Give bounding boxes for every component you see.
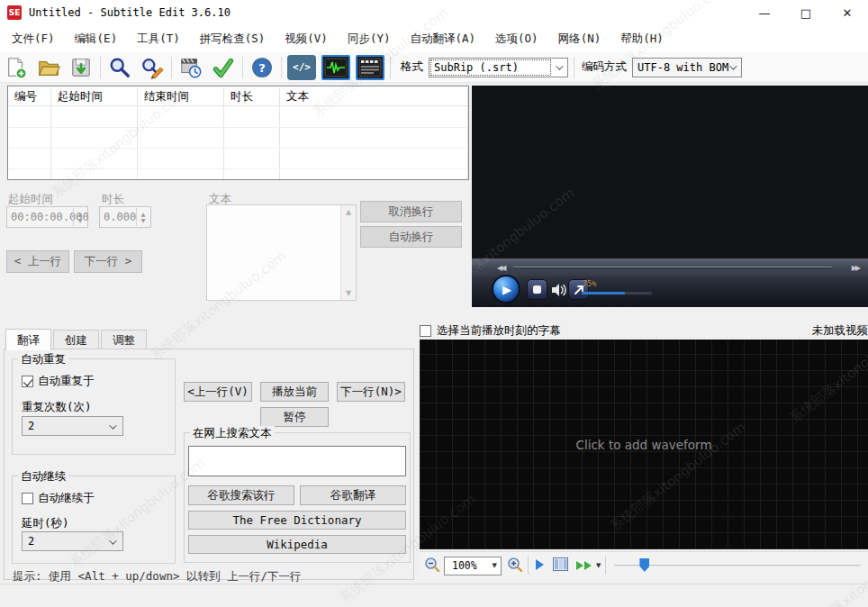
column-duration[interactable]: 时长 bbox=[224, 86, 280, 105]
scrollbar[interactable]: ▲▼ bbox=[340, 205, 356, 300]
stop-icon bbox=[533, 285, 541, 294]
menu-edit[interactable]: 编辑(E) bbox=[65, 28, 128, 50]
encoding-select[interactable]: UTF-8 with BOM bbox=[632, 58, 742, 77]
menu-help[interactable]: 帮助(H) bbox=[610, 28, 674, 50]
replace-icon bbox=[140, 56, 164, 79]
close-button[interactable]: ✕ bbox=[827, 0, 868, 25]
repeat-count-select[interactable]: 2 bbox=[22, 416, 123, 436]
video-toggle-button[interactable] bbox=[356, 55, 384, 80]
tab-translate[interactable]: 翻译 bbox=[5, 329, 51, 350]
menu-network[interactable]: 网络(N) bbox=[548, 28, 611, 50]
spinner-arrows-icon[interactable]: ▲▼ bbox=[73, 208, 86, 226]
menu-auto-translate[interactable]: 自动翻译(A) bbox=[400, 28, 485, 50]
format-select[interactable]: SubRip (.srt) bbox=[429, 58, 568, 77]
start-time-spinner[interactable]: 00:00:00.000 ▲▼ bbox=[6, 206, 88, 228]
zoom-out-icon bbox=[424, 557, 440, 573]
google-translate-button[interactable]: 谷歌翻译 bbox=[300, 485, 406, 505]
fast-forward-icon bbox=[575, 559, 593, 572]
svg-text:?: ? bbox=[258, 60, 266, 74]
new-file-icon bbox=[5, 56, 28, 79]
auto-continue-checkbox[interactable] bbox=[22, 493, 33, 504]
new-file-button[interactable] bbox=[3, 55, 30, 80]
save-button[interactable] bbox=[68, 55, 95, 80]
zoom-in-button[interactable] bbox=[507, 557, 523, 575]
menu-tools[interactable]: 工具(T) bbox=[127, 28, 190, 50]
chevron-down-icon bbox=[729, 62, 737, 69]
sync-subtitle-checkbox[interactable] bbox=[420, 325, 431, 337]
video-controls-bar: ◀◀ ▶▶ ▶ 75% bbox=[472, 258, 868, 307]
spell-check-button[interactable] bbox=[210, 55, 237, 80]
spinner-arrows-icon[interactable]: ▲▼ bbox=[136, 208, 149, 226]
maximize-button[interactable]: □ bbox=[785, 0, 827, 25]
auto-repeat-group: 自动重复 自动重复于 重复次数(次) 2 bbox=[12, 358, 176, 455]
menu-spellcheck[interactable]: 拼写检查(S) bbox=[190, 28, 276, 50]
pause-button[interactable]: 暂停 bbox=[260, 407, 329, 427]
previous-line-button[interactable]: < 上一行 bbox=[6, 250, 69, 273]
replace-button[interactable] bbox=[139, 55, 166, 80]
delay-select[interactable]: 2 bbox=[22, 531, 123, 551]
volume-slider[interactable] bbox=[582, 292, 652, 294]
open-file-button[interactable] bbox=[35, 55, 62, 80]
source-view-button[interactable]: </> bbox=[287, 55, 316, 80]
toolbar-separator bbox=[171, 57, 172, 78]
menu-sync[interactable]: 同步(Y) bbox=[338, 28, 401, 50]
grid-columns-icon bbox=[553, 557, 568, 571]
auto-continue-group: 自动继续 自动继续于 延时(秒) 2 bbox=[12, 476, 176, 564]
mute-button[interactable] bbox=[550, 281, 568, 302]
chevron-down-icon bbox=[109, 421, 116, 429]
video-status-text: 未加载视频 bbox=[812, 323, 868, 339]
waveform-play-button[interactable] bbox=[533, 558, 546, 574]
play-current-line-button[interactable]: 播放当前 bbox=[260, 382, 329, 402]
waveform-toggle-button[interactable] bbox=[321, 55, 350, 80]
menu-options[interactable]: 选项(O) bbox=[485, 28, 548, 50]
status-bar bbox=[0, 584, 868, 607]
volume-fill bbox=[582, 292, 625, 294]
video-display[interactable]: ◀◀ ▶▶ ▶ 75% bbox=[472, 86, 868, 307]
seek-forward-icon[interactable]: ▶▶ bbox=[852, 264, 859, 272]
column-end-time[interactable]: 结束时间 bbox=[138, 86, 224, 105]
stop-button[interactable] bbox=[527, 279, 547, 300]
show-video-columns-button[interactable] bbox=[553, 557, 568, 574]
seek-bar[interactable] bbox=[513, 267, 832, 268]
play-previous-line-button[interactable]: <上一行(V) bbox=[184, 382, 252, 402]
visual-sync-button[interactable] bbox=[177, 55, 204, 80]
minimize-button[interactable]: — bbox=[744, 0, 785, 25]
menu-file[interactable]: 文件(F) bbox=[2, 28, 65, 50]
help-button[interactable]: ? bbox=[249, 55, 276, 80]
menu-video[interactable]: 视频(V) bbox=[275, 28, 338, 50]
free-dictionary-button[interactable]: The Free Dictionary bbox=[188, 511, 406, 530]
source-view-icon: </> bbox=[293, 61, 311, 73]
wikipedia-button[interactable]: Wikipedia bbox=[188, 535, 406, 554]
next-line-button[interactable]: 下一行 > bbox=[74, 250, 142, 273]
separator bbox=[605, 557, 606, 575]
start-time-label: 起始时间 bbox=[8, 192, 53, 207]
column-text[interactable]: 文本 bbox=[280, 86, 468, 105]
waveform-position-slider[interactable] bbox=[614, 557, 861, 575]
sync-subtitle-label: 选择当前播放时刻的字幕 bbox=[437, 323, 561, 339]
waveform-zoom-select[interactable]: 100% ▼ bbox=[444, 557, 502, 575]
shortcut-hint-text: 提示: 使用 <Alt + up/down> 以转到 上一行/下一行 bbox=[13, 569, 302, 584]
duration-spinner[interactable]: 0.000 ▲▼ bbox=[99, 206, 151, 228]
play-next-line-button[interactable]: 下一行(N)> bbox=[337, 382, 405, 402]
play-button[interactable]: ▶ bbox=[492, 275, 520, 304]
mode-tab-panel: 翻译 创建 调整 自动重复 自动重复于 重复次数(次) 2 自动继续 bbox=[4, 330, 414, 582]
auto-repeat-check-row: 自动重复于 bbox=[22, 374, 95, 389]
playback-speed-button[interactable]: ▼ bbox=[575, 559, 601, 572]
find-button[interactable] bbox=[106, 55, 133, 80]
subtitle-list[interactable]: 编号 起始时间 结束时间 时长 文本 bbox=[7, 86, 469, 180]
web-search-input[interactable] bbox=[188, 446, 406, 476]
unbreak-button[interactable]: 取消换行 bbox=[360, 201, 462, 222]
column-number[interactable]: 编号 bbox=[8, 86, 51, 105]
play-icon: ▶ bbox=[502, 283, 511, 296]
waveform-area[interactable]: Click to add waveform bbox=[420, 340, 868, 549]
menu-bar: 文件(F) 编辑(E) 工具(T) 拼写检查(S) 视频(V) 同步(Y) 自动… bbox=[0, 25, 868, 52]
subtitle-text-area[interactable]: ▲▼ bbox=[206, 204, 357, 301]
open-folder-icon bbox=[37, 56, 60, 79]
seek-back-icon[interactable]: ◀◀ bbox=[497, 264, 504, 272]
slider-thumb[interactable] bbox=[639, 558, 649, 572]
autobreak-button[interactable]: 自动换行 bbox=[360, 226, 462, 248]
zoom-out-button[interactable] bbox=[424, 557, 440, 575]
google-search-button[interactable]: 谷歌搜索该行 bbox=[188, 485, 294, 505]
auto-repeat-checkbox[interactable] bbox=[22, 376, 33, 387]
column-start-time[interactable]: 起始时间 bbox=[51, 86, 138, 105]
